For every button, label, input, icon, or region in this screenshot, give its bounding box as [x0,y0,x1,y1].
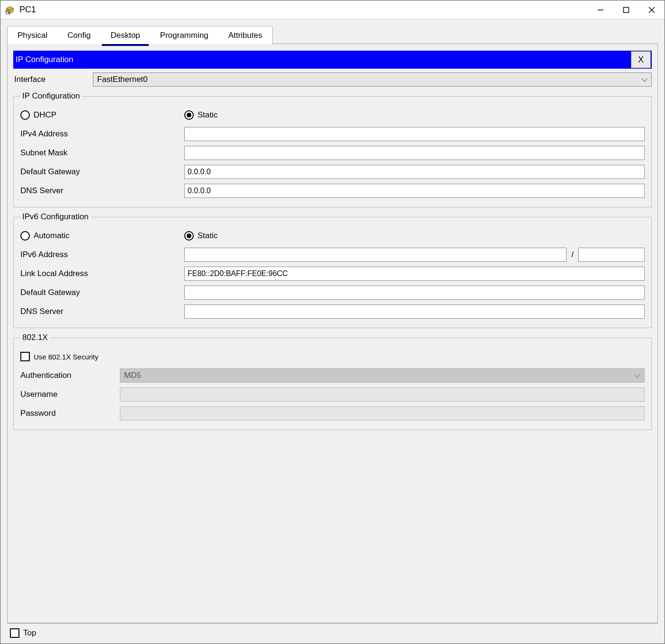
app-icon [4,4,16,16]
svg-rect-5 [624,7,629,12]
ip-mode-row: DHCP Static [20,106,645,125]
automatic-radio-label: Automatic [34,231,70,241]
checkbox-icon [10,628,19,638]
client-area: Physical Config Desktop Programming Attr… [0,19,665,644]
tab-programming[interactable]: Programming [150,27,218,44]
tab-attributes[interactable]: Attributes [218,27,272,44]
ipv6-dns-input[interactable] [184,304,645,319]
authentication-select: MD5 [120,368,645,383]
ipv6-address-row: IPv6 Address / [20,245,645,264]
ipv6-gateway-row: Default Gateway [20,283,645,302]
radio-icon [20,231,30,241]
interface-label: Interface [13,75,93,84]
radio-icon [184,110,194,120]
app-close-button[interactable]: X [631,51,651,68]
ipv6-static-radio[interactable]: Static [184,231,218,241]
subnet-mask-label: Subnet Mask [20,148,184,158]
use-8021x-row: Use 802.1X Security [20,347,645,366]
dhcp-radio[interactable]: DHCP [20,110,184,120]
top-label: Top [23,628,36,638]
ipv6-static-radio-label: Static [198,231,218,241]
automatic-radio[interactable]: Automatic [20,231,184,241]
default-gateway-input[interactable]: 0.0.0.0 [184,165,645,179]
window: PC1 Physical Config Desktop Programming … [0,0,665,644]
ipv4-address-input[interactable] [184,127,645,141]
radio-icon [184,231,194,241]
ipv6-gateway-label: Default Gateway [20,288,184,297]
ipv6-configuration-group: IPv6 Configuration Automatic Static IPv6… [13,212,652,328]
radio-icon [20,110,30,120]
subnet-mask-row: Subnet Mask [20,143,645,162]
default-gateway-row: Default Gateway 0.0.0.0 [20,162,645,181]
static-radio-label: Static [198,110,218,120]
tab-physical[interactable]: Physical [8,27,57,44]
ipv6-gateway-input[interactable] [184,286,645,300]
ipv6-dns-label: DNS Server [20,307,184,316]
dot1x-legend: 802.1X [20,333,50,342]
ipv6-prefix-slash: / [571,250,574,259]
ipv6-configuration-legend: IPv6 Configuration [20,212,90,222]
authentication-row: Authentication MD5 [20,366,645,385]
dns-server-input[interactable]: 0.0.0.0 [184,184,645,198]
close-button[interactable] [639,0,665,19]
ipv4-address-row: IPv4 Address [20,125,645,143]
desktop-panel: IP Configuration X Interface FastEtherne… [7,44,658,623]
default-gateway-label: Default Gateway [20,167,184,177]
svg-line-3 [9,13,10,15]
dns-server-label: DNS Server [20,186,184,196]
interface-value: FastEthernet0 [97,75,148,84]
subnet-mask-input[interactable] [184,146,645,160]
footer: Top [7,623,658,641]
ipv4-address-label: IPv4 Address [20,129,184,139]
username-label: Username [20,390,120,399]
top-checkbox[interactable]: Top [10,628,36,638]
dns-server-row: DNS Server 0.0.0.0 [20,181,645,200]
link-local-label: Link Local Address [20,269,184,278]
minimize-button[interactable] [588,0,613,19]
tab-config[interactable]: Config [57,27,100,44]
use-8021x-label: Use 802.1X Security [34,353,99,361]
ipv6-address-label: IPv6 Address [20,250,184,259]
maximize-button[interactable] [613,0,639,19]
ip-configuration-group: IP Configuration DHCP Static IPv4 Addres… [13,91,652,207]
window-title: PC1 [19,5,588,15]
interface-row: Interface FastEthernet0 [13,72,652,87]
app-header: IP Configuration X [13,51,652,69]
use-8021x-checkbox[interactable]: Use 802.1X Security [20,352,99,361]
interface-select[interactable]: FastEthernet0 [93,72,652,87]
link-local-input[interactable]: FE80::2D0:BAFF:FE0E:96CC [184,267,645,281]
tabs: Physical Config Desktop Programming Attr… [7,26,658,44]
ipv6-prefix-input[interactable] [578,248,645,262]
authentication-label: Authentication [20,371,120,380]
password-row: Password [20,404,645,423]
app-title: IP Configuration [16,55,630,64]
password-input [120,406,645,420]
dhcp-radio-label: DHCP [34,110,56,120]
dot1x-group: 802.1X Use 802.1X Security Authenticatio… [13,333,652,430]
link-local-row: Link Local Address FE80::2D0:BAFF:FE0E:9… [20,264,645,283]
checkbox-icon [20,352,30,361]
static-radio[interactable]: Static [184,110,218,120]
authentication-value: MD5 [124,371,141,380]
ip-configuration-legend: IP Configuration [20,91,82,101]
username-input [120,387,645,402]
titlebar: PC1 [0,0,665,19]
username-row: Username [20,385,645,404]
tab-desktop[interactable]: Desktop [100,27,150,44]
ipv6-mode-row: Automatic Static [20,226,645,245]
ipv6-dns-row: DNS Server [20,302,645,321]
ipv6-address-input[interactable] [184,248,566,262]
password-label: Password [20,409,120,418]
